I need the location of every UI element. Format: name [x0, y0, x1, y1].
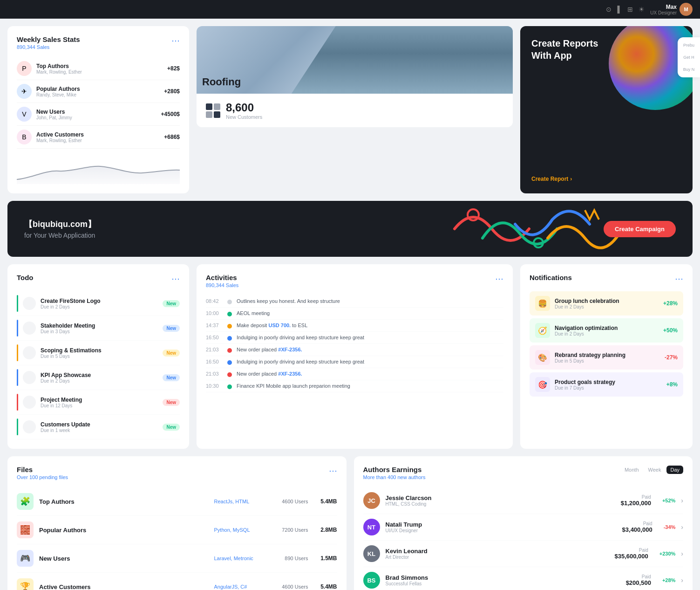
author-row: BS Brad Simmons Successful Fellas Paid $…: [363, 567, 684, 590]
files-title: Files: [17, 466, 68, 473]
author-info: Kevin Leonard Art Director: [386, 548, 609, 560]
stat-authors: Mark, Rowling, Esther: [36, 138, 159, 143]
roofing-title: Roofing: [202, 76, 241, 88]
file-tech: AngularJS, C#: [214, 584, 270, 590]
notif-due: Due in 2 Days: [555, 304, 659, 309]
author-paid-label: Paid: [621, 494, 651, 500]
campaign-domain: 【biqubiqu.com】: [24, 219, 96, 230]
notif-pct: -27%: [665, 354, 678, 361]
todo-info: Scoping & Estimations Due in 5 Days: [41, 347, 158, 359]
file-row: 🏆 Active Customers AngularJS, C# 4600 Us…: [17, 573, 337, 590]
todo-info: Create FireStone Logo Due in 2 Days: [41, 298, 158, 309]
grid-icon[interactable]: ⊞: [627, 6, 633, 13]
stat-name: Popular Authors: [36, 86, 159, 92]
todo-item: Project Meeting Due in 12 Days New: [17, 390, 180, 415]
activity-link[interactable]: #XF-2356.: [278, 371, 302, 377]
stat-name: Top Authors: [36, 63, 163, 69]
roofing-card: Roofing 8,600 New Customers: [197, 26, 513, 127]
notif-info: Rebrand strategy planning Due in 5 Days: [555, 352, 660, 364]
square-dark: [206, 103, 212, 110]
files-header: Files Over 100 pending files ⋯: [17, 466, 337, 480]
author-avatar: NT: [363, 519, 380, 535]
day-tab[interactable]: Day: [666, 466, 683, 474]
authors-title: Authors Earnings: [363, 466, 426, 473]
todo-name: Scoping & Estimations: [41, 347, 158, 354]
todo-due: Due in 12 Days: [41, 403, 158, 408]
activity-item: 16:50 Indulging in poorly driving and ke…: [206, 356, 503, 368]
campaign-text: 【biqubiqu.com】 for Your Web Application: [24, 219, 96, 239]
avatar[interactable]: M: [680, 3, 693, 16]
todo-dot: [23, 297, 36, 310]
search-icon[interactable]: ⊙: [606, 6, 612, 13]
activity-dot: [227, 312, 232, 316]
stat-authors: Mark, Rowling, Esther: [36, 69, 163, 75]
todo-bar: [17, 394, 18, 411]
activity-text: Outlines keep you honest. And keep struc…: [237, 298, 503, 304]
todo-name: Stakeholder Meeting: [41, 322, 158, 329]
file-icon: 🧱: [17, 521, 34, 538]
notification-item: 🧭 Navigation optimization Due in 2 Days …: [530, 318, 683, 343]
stat-name: Active Customers: [36, 131, 159, 138]
notif-pct: +28%: [663, 300, 678, 307]
notifications-card: Notifications ⋯ 🍔 Group lunch celebratio…: [520, 264, 693, 449]
notif-pct: +50%: [663, 327, 678, 334]
row-1: Weekly Sales Stats 890,344 Sales ⋯ P Top…: [7, 26, 693, 193]
notifications-menu[interactable]: ⋯: [675, 274, 683, 284]
notif-due: Due in 2 Days: [555, 331, 659, 336]
activity-time: 08:42: [206, 298, 223, 304]
create-campaign-button[interactable]: Create Campaign: [604, 221, 676, 237]
author-avatar: JC: [363, 492, 380, 509]
stat-icon: B: [17, 130, 32, 144]
activity-time: 16:50: [206, 359, 223, 364]
notif-icon: 🎨: [535, 350, 550, 365]
notification-item: 🎨 Rebrand strategy planning Due in 5 Day…: [530, 345, 683, 370]
create-report-link[interactable]: Create Report ›: [531, 176, 681, 182]
brightness-icon[interactable]: ☀: [639, 6, 645, 13]
weekly-sales-menu[interactable]: ⋯: [171, 35, 180, 46]
user-menu[interactable]: Max UX Designer M: [650, 3, 693, 16]
sidebar-prebu[interactable]: Prebu: [683, 43, 694, 48]
notif-icon: 🧭: [535, 323, 550, 338]
chart-icon[interactable]: ▌: [617, 6, 622, 13]
author-chevron-icon[interactable]: ›: [681, 523, 683, 531]
roofing-image: Roofing: [197, 26, 513, 94]
reports-title: Create Reports With App: [531, 37, 681, 62]
sidebar-buyn[interactable]: Buy N: [683, 67, 695, 72]
notif-due: Due in 7 Days: [555, 385, 662, 391]
file-name: Popular Authors: [39, 527, 209, 534]
month-tab[interactable]: Month: [621, 466, 643, 474]
weekly-sales-subtitle: 890,344 Sales: [17, 44, 80, 50]
stat-icon: ✈: [17, 84, 32, 99]
files-menu[interactable]: ⋯: [329, 466, 337, 476]
author-paid-amount: $35,600,000: [614, 553, 648, 560]
todo-menu[interactable]: ⋯: [171, 274, 180, 284]
author-chevron-icon[interactable]: ›: [681, 497, 683, 504]
weekly-sales-card: Weekly Sales Stats 890,344 Sales ⋯ P Top…: [7, 26, 189, 193]
todo-item: Customers Update Due in 1 week New: [17, 415, 180, 439]
author-name: Brad Simmons: [386, 574, 620, 581]
todo-name: Create FireStone Logo: [41, 298, 158, 304]
activities-menu[interactable]: ⋯: [495, 274, 503, 284]
week-tab[interactable]: Week: [645, 466, 665, 474]
author-change: +52%: [662, 498, 675, 503]
activity-link[interactable]: #XF-2356.: [278, 347, 302, 352]
sidebar-geth[interactable]: Get H: [683, 55, 694, 60]
stat-name: New Users: [36, 109, 156, 115]
file-users: 4600 Users: [276, 499, 308, 504]
main-content: Weekly Sales Stats 890,344 Sales ⋯ P Top…: [0, 19, 700, 590]
todo-card: Todo ⋯ Create FireStone Logo Due in 2 Da…: [7, 264, 189, 449]
author-chevron-icon[interactable]: ›: [681, 576, 683, 584]
author-chevron-icon[interactable]: ›: [681, 550, 683, 557]
file-users: 4600 Users: [276, 584, 308, 590]
author-info: Jessie Clarcson HTML, CSS Coding: [386, 494, 615, 507]
activity-time: 14:37: [206, 322, 223, 328]
notif-icon: 🎯: [535, 377, 550, 392]
todo-dot: [23, 371, 36, 384]
activity-text: Make deposit USD 700. to ESL: [237, 322, 503, 328]
author-row: KL Kevin Leonard Art Director Paid $35,6…: [363, 541, 684, 567]
stat-row: ✈ Popular Authors Randy, Steve, Mike +28…: [17, 80, 180, 103]
todo-badge: New: [163, 374, 180, 381]
activity-link[interactable]: USD 700.: [268, 322, 291, 328]
author-info: Natali Trump UI/UX Designer: [386, 521, 617, 533]
author-role: Art Director: [386, 555, 609, 560]
